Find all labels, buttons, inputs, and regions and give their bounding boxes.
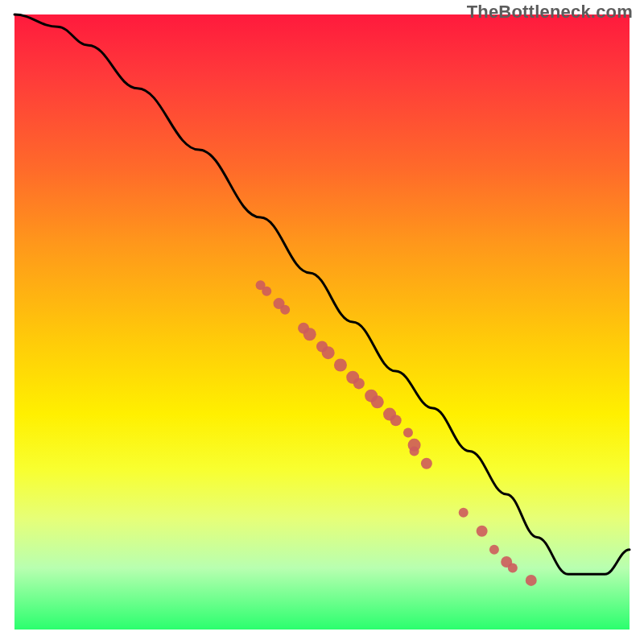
data-point xyxy=(508,564,518,573)
bottleneck-curve xyxy=(14,14,630,574)
data-point xyxy=(477,526,488,537)
watermark-text: TheBottleneck.com xyxy=(467,2,633,23)
chart-svg xyxy=(0,0,644,644)
data-point xyxy=(403,428,413,438)
data-point xyxy=(390,415,402,426)
data-point xyxy=(459,508,469,518)
data-point xyxy=(489,545,499,555)
data-point xyxy=(322,346,335,359)
data-point xyxy=(371,395,384,408)
data-point xyxy=(280,305,290,315)
data-point xyxy=(353,378,365,389)
data-point xyxy=(410,446,419,456)
data-point xyxy=(303,328,316,341)
data-point xyxy=(334,358,347,371)
data-point xyxy=(262,287,271,296)
data-point xyxy=(526,575,537,586)
bottleneck-chart: TheBottleneck.com xyxy=(0,0,644,644)
data-point xyxy=(421,458,432,469)
